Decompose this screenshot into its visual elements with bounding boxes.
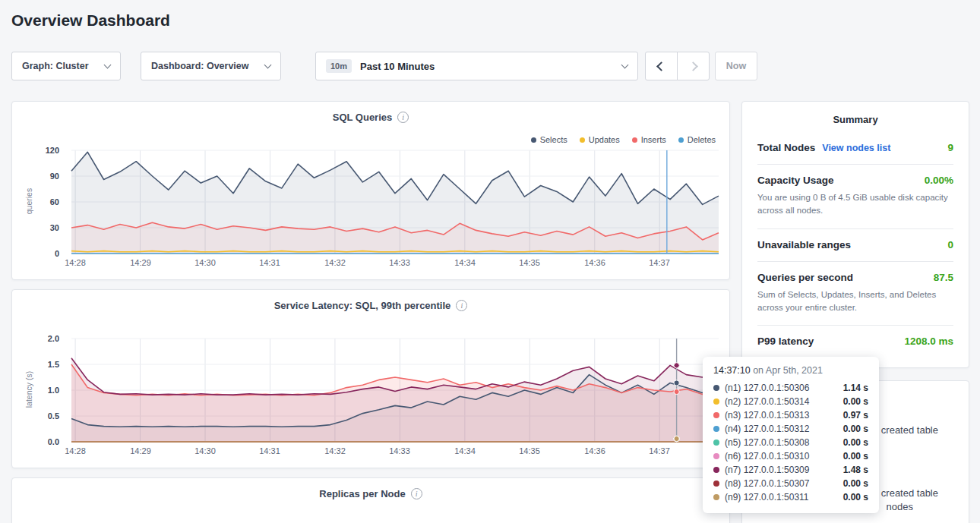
toolbar: Graph: Cluster Dashboard: Overview 10m P… bbox=[11, 52, 969, 80]
summary-label: Queries per second bbox=[757, 272, 853, 283]
legend-item[interactable]: Updates bbox=[580, 135, 620, 144]
summary-value: 0.00% bbox=[925, 175, 953, 186]
tooltip-node-label: (n1) 127.0.0.1:50306 bbox=[725, 383, 809, 393]
graph-selector-dropdown[interactable]: Graph: Cluster bbox=[11, 52, 121, 80]
tooltip-node-row: (n9) 127.0.0.1:503110.00 s bbox=[713, 490, 868, 504]
tooltip-node-value: 0.00 s bbox=[843, 478, 868, 489]
tooltip-node-label: (n9) 127.0.0.1:50311 bbox=[725, 492, 809, 503]
legend-item[interactable]: Selects bbox=[531, 135, 567, 144]
x-axis-tick: 14:31 bbox=[256, 446, 283, 455]
time-next-button[interactable] bbox=[677, 52, 710, 80]
dashboard-selector-label: Dashboard: Overview bbox=[151, 61, 249, 71]
legend-item[interactable]: Deletes bbox=[678, 135, 716, 144]
y-axis-tick: 60 bbox=[50, 197, 59, 206]
event-item[interactable]: created table bbox=[880, 487, 938, 499]
y-axis-tick: 120 bbox=[46, 146, 59, 155]
graph-selector-label: Graph: Cluster bbox=[22, 61, 89, 71]
y-axis-tick: 2.0 bbox=[48, 334, 59, 343]
chart-title: SQL Queries i bbox=[12, 102, 729, 123]
chart-title-text: SQL Queries bbox=[333, 112, 393, 123]
chart-title-text: Replicas per Node bbox=[319, 488, 405, 499]
x-axis-tick: 14:32 bbox=[321, 258, 349, 267]
summary-row-unavailable-ranges: Unavailable ranges 0 bbox=[757, 228, 953, 261]
x-axis-tick: 14:32 bbox=[321, 446, 349, 455]
legend-item[interactable]: Inserts bbox=[632, 135, 666, 144]
info-icon[interactable]: i bbox=[397, 112, 409, 123]
chevron-left-icon bbox=[656, 61, 666, 71]
summary-description: Sum of Selects, Updates, Inserts, and De… bbox=[757, 288, 953, 315]
summary-row-queries-per-second: Queries per second 87.5 Sum of Selects, … bbox=[757, 261, 953, 326]
tooltip-node-row: (n1) 127.0.0.1:503061.14 s bbox=[713, 381, 868, 395]
time-range-dropdown[interactable]: 10m Past 10 Minutes bbox=[315, 52, 638, 80]
x-axis-tick: 14:33 bbox=[386, 446, 413, 455]
x-axis-tick: 14:37 bbox=[646, 258, 673, 267]
info-icon[interactable]: i bbox=[456, 300, 467, 311]
summary-row-p99-latency: P99 latency 1208.0 ms bbox=[757, 325, 953, 358]
x-axis-tick: 14:34 bbox=[451, 446, 479, 455]
node-color-dot-icon bbox=[713, 494, 719, 500]
y-axis-tick: 0.5 bbox=[48, 411, 59, 421]
node-color-dot-icon bbox=[713, 453, 719, 459]
y-axis-ticks: 0.00.51.01.52.0 bbox=[12, 339, 65, 442]
summary-panel: Summary Total Nodes View nodes list 9 Ca… bbox=[741, 101, 969, 368]
summary-label: Capacity Usage bbox=[757, 175, 834, 186]
chevron-down-icon bbox=[621, 61, 629, 68]
x-axis-tick: 14:35 bbox=[516, 446, 543, 455]
y-axis-ticks: 0306090120 bbox=[12, 150, 65, 254]
tooltip-node-value: 1.14 s bbox=[843, 383, 868, 393]
chart-title: Service Latency: SQL, 99th percentile i bbox=[12, 290, 729, 311]
x-axis-tick: 14:36 bbox=[581, 258, 609, 267]
x-axis-tick: 14:33 bbox=[386, 258, 413, 267]
chevron-down-icon bbox=[264, 61, 272, 68]
dashboard-selector-dropdown[interactable]: Dashboard: Overview bbox=[141, 52, 281, 80]
info-icon[interactable]: i bbox=[411, 488, 422, 499]
summary-row-total-nodes: Total Nodes View nodes list 9 bbox=[757, 132, 953, 164]
chart-title-text: Service Latency: SQL, 99th percentile bbox=[274, 300, 451, 311]
sql-queries-chart-card: SQL Queries i SelectsUpdatesInsertsDelet… bbox=[11, 101, 730, 280]
tooltip-time: 14:37:10 bbox=[713, 365, 751, 376]
time-prev-button[interactable] bbox=[645, 52, 678, 80]
chart-tooltip: 14:37:10 on Apr 5th, 2021 (n1) 127.0.0.1… bbox=[703, 357, 879, 513]
chart-legend: SelectsUpdatesInsertsDeletes bbox=[531, 135, 716, 144]
tooltip-node-label: (n8) 127.0.0.1:50307 bbox=[725, 478, 809, 489]
view-nodes-list-link[interactable]: View nodes list bbox=[822, 143, 890, 153]
tooltip-date: on Apr 5th, 2021 bbox=[753, 365, 823, 376]
node-color-dot-icon bbox=[713, 385, 719, 391]
chevron-down-icon bbox=[104, 61, 112, 68]
replicas-per-node-chart-card: Replicas per Node i bbox=[11, 477, 730, 523]
event-item[interactable]: nodes bbox=[880, 501, 913, 512]
tooltip-node-label: (n6) 127.0.0.1:50310 bbox=[725, 451, 809, 462]
tooltip-node-label: (n7) 127.0.0.1:50309 bbox=[725, 465, 809, 475]
service-latency-plot[interactable] bbox=[71, 339, 719, 442]
summary-title: Summary bbox=[757, 102, 953, 132]
y-axis-tick: 1.0 bbox=[48, 386, 59, 395]
legend-dot-icon bbox=[531, 137, 536, 143]
node-color-dot-icon bbox=[713, 426, 719, 432]
summary-value: 1208.0 ms bbox=[904, 336, 953, 347]
x-axis-tick: 14:30 bbox=[191, 446, 219, 455]
tooltip-node-row: (n7) 127.0.0.1:503091.48 s bbox=[713, 463, 868, 477]
tooltip-node-label: (n3) 127.0.0.1:50313 bbox=[725, 410, 809, 421]
tooltip-timestamp: 14:37:10 on Apr 5th, 2021 bbox=[713, 365, 868, 381]
tooltip-node-value: 1.48 s bbox=[843, 465, 868, 475]
tooltip-node-value: 0.00 s bbox=[843, 451, 868, 462]
tooltip-node-value: 0.00 s bbox=[843, 424, 868, 434]
chart-title: Replicas per Node i bbox=[12, 478, 729, 499]
now-button[interactable]: Now bbox=[715, 52, 757, 80]
service-latency-chart-card: Service Latency: SQL, 99th percentile i … bbox=[11, 289, 730, 468]
node-color-dot-icon bbox=[713, 480, 719, 487]
x-axis-tick: 14:29 bbox=[127, 258, 154, 267]
y-axis-tick: 30 bbox=[50, 223, 59, 232]
tooltip-node-label: (n5) 127.0.0.1:50308 bbox=[725, 437, 809, 448]
time-range-label: Past 10 Minutes bbox=[360, 61, 435, 72]
legend-dot-icon bbox=[632, 137, 637, 143]
tooltip-rows: (n1) 127.0.0.1:503061.14 s(n2) 127.0.0.1… bbox=[713, 381, 868, 504]
sql-queries-plot[interactable] bbox=[71, 150, 719, 254]
event-item[interactable]: created table bbox=[880, 424, 938, 436]
tooltip-node-row: (n8) 127.0.0.1:503070.00 s bbox=[713, 477, 868, 490]
tooltip-node-value: 0.00 s bbox=[843, 492, 868, 503]
time-range-badge: 10m bbox=[326, 59, 352, 73]
tooltip-node-value: 0.00 s bbox=[843, 396, 868, 407]
node-color-dot-icon bbox=[713, 467, 719, 473]
node-color-dot-icon bbox=[713, 440, 719, 446]
